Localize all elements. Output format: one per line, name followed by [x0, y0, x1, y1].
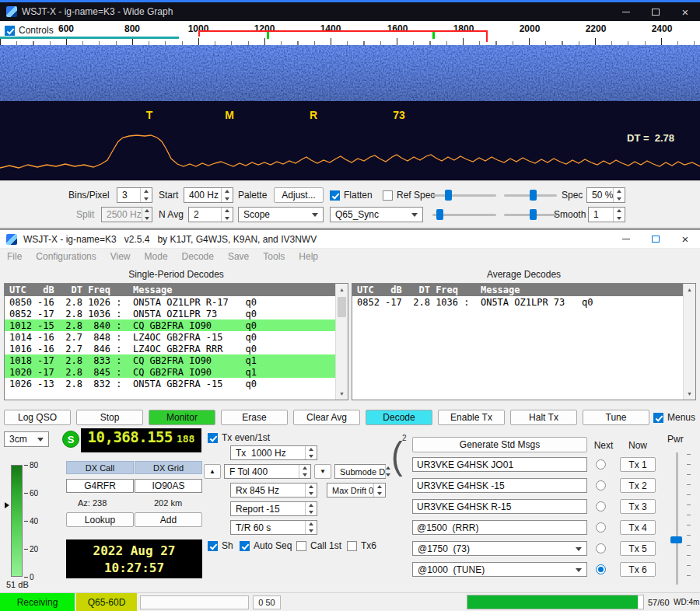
minimize-icon[interactable]: [611, 2, 641, 21]
tx-freq-spinner[interactable]: Tx 1000 Hz: [230, 445, 317, 460]
tx1-button[interactable]: Tx 1: [620, 457, 656, 472]
max-drift-spinner[interactable]: Max Drift 0: [327, 483, 386, 498]
next-radio-1[interactable]: [596, 459, 606, 470]
tx6-button[interactable]: Tx 6: [620, 562, 656, 577]
menu-file[interactable]: File: [0, 249, 29, 264]
controls-checkbox[interactable]: Controls: [5, 25, 54, 36]
scroll-up-icon[interactable]: ▲: [684, 284, 695, 295]
menu-help[interactable]: Help: [292, 249, 325, 264]
tx-message-5[interactable]: @1750 (73): [412, 541, 587, 556]
pwr-slider-handle[interactable]: [670, 536, 682, 543]
gain2-slider[interactable]: [432, 207, 496, 222]
tx5-button[interactable]: Tx 5: [620, 541, 656, 556]
menu-mode[interactable]: Mode: [138, 249, 175, 264]
scrollbar-thumb[interactable]: [338, 297, 346, 317]
zero2-slider[interactable]: [504, 207, 557, 222]
enable-tx-button[interactable]: Enable Tx: [438, 410, 505, 425]
main-titlebar[interactable]: WSJT-X - ig-name=K3 v2.5.4 by K1JT, G4WJ…: [0, 230, 700, 249]
clear-avg-button[interactable]: Clear Avg: [293, 410, 360, 425]
scroll-down-icon[interactable]: ▼: [336, 388, 348, 400]
scroll-down-icon[interactable]: ▼: [684, 388, 695, 400]
rx-freq-spinner[interactable]: Rx 845 Hz: [230, 483, 317, 498]
tx-message-6[interactable]: @1000 (TUNE): [412, 562, 587, 577]
next-radio-4[interactable]: [596, 522, 606, 532]
ref-spec-checkbox[interactable]: Ref Spec: [383, 190, 435, 201]
start-freq-spinner[interactable]: 400 Hz: [184, 187, 233, 203]
scope-combo[interactable]: Scope: [238, 207, 324, 222]
minimize-icon[interactable]: [611, 230, 641, 248]
tx-even-checkbox[interactable]: Tx even/1st: [208, 432, 270, 443]
tx-message-2[interactable]: UR3VKE G4HSK -15: [412, 478, 587, 493]
tx-message-3[interactable]: UR3VKE G4HSK R-15: [412, 499, 587, 514]
adjust-palette-button[interactable]: Adjust...: [274, 187, 324, 203]
menu-tools[interactable]: Tools: [256, 249, 292, 264]
smooth-spinner[interactable]: 1: [588, 207, 625, 222]
scrollbar[interactable]: ▲ ▼: [335, 284, 348, 400]
menus-checkbox-box[interactable]: [653, 413, 663, 423]
wide-graph-titlebar[interactable]: WSJT-X - ig-name=K3 - Wide Graph ×: [0, 2, 700, 21]
auto-seq-checkbox[interactable]: Auto Seq: [240, 540, 292, 551]
log-qso-button[interactable]: Log QSO: [4, 410, 71, 425]
dx-grid-input[interactable]: IO90AS: [135, 479, 202, 493]
next-radio-6[interactable]: [596, 564, 606, 574]
menus-checkbox[interactable]: Menus: [653, 412, 695, 423]
menu-configurations[interactable]: Configurations: [29, 249, 103, 264]
spectrum-display[interactable]: T M R 73 DT = 2.78: [0, 101, 700, 180]
close-icon[interactable]: ×: [670, 2, 700, 21]
decode-row[interactable]: 1026 -13 2.8 832 : ON5TA GB2FRA -15 q0: [5, 378, 335, 389]
decode-row[interactable]: 0850 -16 2.8 1026 : ON5TA OZ1LPR R-17 q0: [5, 296, 335, 308]
bins-per-pixel-spinner[interactable]: 3: [117, 187, 152, 203]
menu-decode[interactable]: Decode: [175, 249, 221, 264]
decode-row[interactable]: 1016 -16 2.7 846 : LZ4OC GB2FRA RRR q0: [5, 343, 335, 354]
tx6-checkbox-box[interactable]: [347, 541, 357, 551]
monitor-button[interactable]: Monitor: [149, 410, 215, 425]
ref-spec-checkbox-box[interactable]: [383, 190, 393, 201]
gain-slider[interactable]: [432, 187, 496, 203]
lookup-button[interactable]: Lookup: [66, 512, 134, 527]
tx3-button[interactable]: Tx 3: [620, 499, 656, 514]
maximize-icon[interactable]: [641, 230, 670, 248]
erase-button[interactable]: Erase: [221, 410, 288, 425]
tx-even-checkbox-box[interactable]: [208, 433, 218, 443]
menu-view[interactable]: View: [103, 249, 138, 264]
flatten-checkbox-box[interactable]: [330, 190, 340, 201]
flatten-checkbox[interactable]: Flatten: [330, 190, 373, 201]
scrollbar[interactable]: ▲ ▼: [683, 284, 695, 400]
controls-checkbox-box[interactable]: [5, 26, 15, 36]
call-1st-checkbox[interactable]: Call 1st: [296, 540, 341, 551]
tx-to-rx-button[interactable]: ▲: [204, 464, 221, 479]
scroll-up-icon[interactable]: ▲: [336, 284, 348, 295]
spec-percent-spinner[interactable]: 50 %: [586, 187, 625, 203]
next-radio-5[interactable]: [596, 543, 606, 553]
n-avg-spinner[interactable]: 2: [188, 207, 233, 222]
next-radio-3[interactable]: [596, 501, 606, 511]
zero-slider[interactable]: [504, 187, 557, 203]
stop-button[interactable]: Stop: [76, 410, 143, 425]
menu-save[interactable]: Save: [221, 249, 256, 264]
band-select[interactable]: 3cm: [4, 431, 49, 447]
generate-std-msgs-button[interactable]: Generate Std Msgs: [412, 437, 587, 452]
frequency-scale[interactable]: Controls 600 800 1000 1200 1400 1600 180…: [0, 21, 700, 45]
tx6-checkbox[interactable]: Tx6: [347, 540, 376, 551]
submode-spinner[interactable]: Submode D: [334, 464, 386, 479]
waterfall[interactable]: [0, 45, 700, 101]
tx-message-4[interactable]: @1500 (RRR): [412, 520, 587, 535]
close-icon[interactable]: ×: [670, 230, 700, 248]
decode-row[interactable]: 1014 -16 2.7 848 : LZ4OC GB2FRA -15 q0: [5, 331, 335, 343]
add-button[interactable]: Add: [135, 512, 202, 527]
tx2-button[interactable]: Tx 2: [620, 478, 656, 493]
decode-row[interactable]: 1018 -17 2.8 833 : CQ GB2FRA IO90 q1: [5, 354, 335, 366]
next-radio-2[interactable]: [596, 480, 606, 491]
report-spinner[interactable]: Report -15: [230, 501, 317, 516]
tx4-button[interactable]: Tx 4: [620, 520, 656, 535]
call-1st-checkbox-box[interactable]: [296, 541, 306, 551]
decode-row[interactable]: 0852 -17 2.8 1036 : ON5TA OZ1LPR 73 q0: [352, 296, 683, 308]
pwr-slider[interactable]: [670, 452, 691, 585]
decode-row[interactable]: 0852 -17 2.8 1036 : ON5TA OZ1LPR 73 q0: [5, 308, 335, 319]
decode-row[interactable]: 1020 -17 2.8 845 : CQ GB2FRA IO90 q1: [5, 366, 335, 378]
maximize-icon[interactable]: [641, 2, 670, 21]
palette-name-combo[interactable]: Q65_Sync: [330, 207, 423, 222]
auto-seq-checkbox-box[interactable]: [240, 541, 250, 551]
rx-to-tx-button[interactable]: ▼: [314, 464, 331, 479]
tune-button[interactable]: Tune: [583, 410, 649, 425]
